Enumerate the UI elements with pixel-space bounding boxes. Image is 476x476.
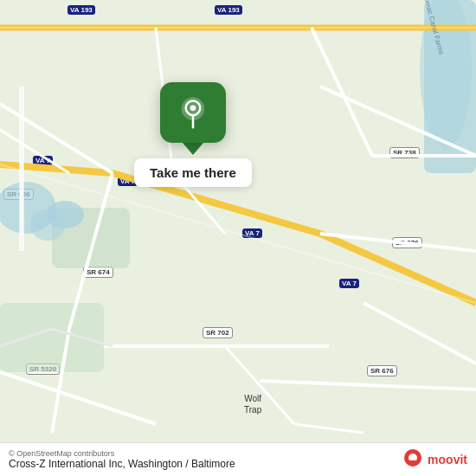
svg-point-6 bbox=[46, 201, 84, 228]
pin-icon bbox=[176, 94, 210, 129]
take-me-there-button[interactable]: Take me there bbox=[134, 158, 252, 187]
svg-line-25 bbox=[312, 28, 372, 156]
callout-tail bbox=[183, 143, 203, 155]
svg-line-30 bbox=[294, 424, 363, 433]
location-text: Cross-Z International Inc, Washington / … bbox=[9, 458, 235, 470]
map-roads-svg bbox=[0, 0, 476, 476]
moovit-text: moovit bbox=[428, 453, 467, 466]
bottom-left: © OpenStreetMap contributors Cross-Z Int… bbox=[9, 449, 235, 470]
svg-point-35 bbox=[190, 106, 196, 112]
callout-bubble bbox=[160, 82, 226, 143]
bottom-bar: © OpenStreetMap contributors Cross-Z Int… bbox=[0, 442, 476, 476]
svg-rect-1 bbox=[0, 303, 104, 372]
moovit-logo: moovit bbox=[402, 448, 467, 471]
place-label-wolf-trap: WolfTrap bbox=[244, 393, 261, 415]
moovit-icon bbox=[402, 448, 424, 471]
svg-line-20 bbox=[0, 372, 156, 424]
map-container: VA 193 VA 193 VA 7 VA 7 VA 7 VA 7 SR 606… bbox=[0, 0, 476, 476]
svg-line-23 bbox=[363, 303, 476, 363]
callout-popup: Take me there bbox=[134, 82, 252, 187]
copyright-text: © OpenStreetMap contributors bbox=[9, 449, 235, 458]
svg-line-24 bbox=[260, 381, 476, 389]
